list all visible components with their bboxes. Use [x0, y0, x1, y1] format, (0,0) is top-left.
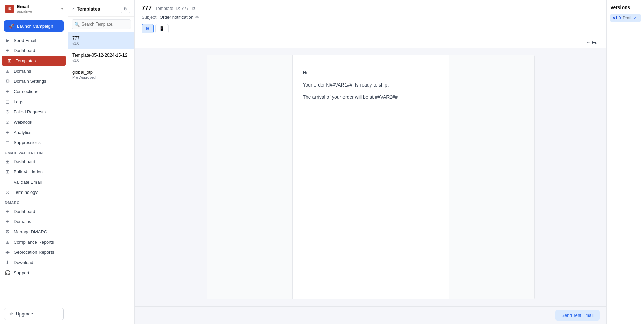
- email-line-1: Hi,: [303, 69, 439, 77]
- template-panel-header: ‹ Templates ↻: [68, 0, 134, 17]
- sidebar-item-support[interactable]: 🎧 Support: [0, 267, 68, 278]
- subject-label: Subject:: [142, 15, 158, 20]
- version-status: Draft: [623, 16, 631, 20]
- email-preview-area: Hi, Your order N##VAR1##. Is ready to sh…: [135, 48, 606, 306]
- desktop-view-tab[interactable]: 🖥: [142, 24, 154, 33]
- app-sub: apixdrive: [17, 9, 32, 13]
- version-check-icon: ✓: [633, 15, 637, 21]
- versions-panel: Versions v1.0 Draft ✓: [606, 0, 644, 324]
- sidebar-item-dashboard[interactable]: ⊞ Dashboard: [0, 45, 68, 56]
- sidebar-item-webhook[interactable]: ⊙ Webhook: [0, 117, 68, 127]
- version-number: v1.0: [613, 16, 621, 20]
- mobile-view-tab[interactable]: 📱: [155, 24, 169, 33]
- versions-title: Versions: [610, 5, 641, 10]
- sidebar-item-manage-dmarc[interactable]: ⚙ Manage DMARC: [0, 227, 68, 237]
- analytics-icon: ⊞: [5, 129, 10, 135]
- geolocation-reports-icon: ◉: [5, 249, 10, 255]
- sidebar-item-logs[interactable]: ◻ Logs: [0, 96, 68, 107]
- main-footer: Send Test Email: [135, 306, 606, 324]
- subject-value: Order notification: [160, 15, 193, 20]
- sidebar-item-failed-requests[interactable]: ⊙ Failed Requests: [0, 107, 68, 117]
- email-preview-body: Hi, Your order N##VAR1##. Is ready to sh…: [293, 55, 449, 299]
- refresh-button[interactable]: ↻: [121, 5, 130, 13]
- search-input[interactable]: [72, 19, 131, 29]
- email-line-2: Your order N##VAR1##. Is ready to ship.: [303, 81, 439, 89]
- upgrade-button[interactable]: ☆ Upgrade: [4, 308, 64, 320]
- edit-pencil-icon: ✏: [587, 40, 590, 45]
- support-icon: 🎧: [5, 270, 10, 275]
- email-preview-left-panel: [207, 55, 293, 299]
- template-item-777[interactable]: 777 v1.0: [68, 32, 134, 49]
- sidebar-item-domain-settings[interactable]: ⚙ Domain Settings: [0, 76, 68, 86]
- bulk-validation-icon: ⊞: [5, 169, 10, 174]
- sidebar-item-dmarc-dashboard[interactable]: ⊞ Dashboard: [0, 206, 68, 216]
- send-test-email-button[interactable]: Send Test Email: [555, 310, 600, 321]
- sidebar-item-compliance-reports[interactable]: ⊞ Compliance Reports: [0, 237, 68, 247]
- template-list: 777 v1.0 Template-05-12-2024-15-12 v1.0 …: [68, 32, 134, 324]
- manage-dmarc-icon: ⚙: [5, 229, 10, 234]
- webhook-icon: ⊙: [5, 119, 10, 125]
- sidebar-item-dmarc-domains[interactable]: ⊞ Domains: [0, 216, 68, 227]
- mobile-icon: 📱: [159, 26, 165, 31]
- sidebar-header: ✉ Email apixdrive ▾: [0, 0, 68, 17]
- sidebar-item-templates[interactable]: ⊞ Templates: [2, 56, 66, 66]
- sidebar-item-ev-dashboard[interactable]: ⊞ Dashboard: [0, 156, 68, 167]
- dmarc-domains-icon: ⊞: [5, 219, 10, 224]
- send-email-icon: ▶: [5, 37, 10, 43]
- sidebar-item-send-email[interactable]: ▶ Send Email: [0, 35, 68, 45]
- template-id-label: Template ID: 777: [155, 6, 189, 11]
- template-item-global-otp[interactable]: global_otp Pre-Approved: [68, 66, 134, 83]
- sidebar-item-bulk-validation[interactable]: ⊞ Bulk Validation: [0, 167, 68, 177]
- back-button[interactable]: ‹: [72, 6, 74, 12]
- app-name: Email: [17, 4, 32, 9]
- sidebar-item-download[interactable]: ⬇ Download: [0, 257, 68, 267]
- template-panel-title: Templates: [77, 6, 118, 12]
- subject-row: Subject: Order notification ✏: [142, 15, 600, 20]
- desktop-icon: 🖥: [145, 26, 150, 31]
- search-icon: 🔍: [74, 22, 80, 27]
- sidebar-item-geolocation-reports[interactable]: ◉ Geolocation Reports: [0, 247, 68, 257]
- domain-settings-icon: ⚙: [5, 78, 10, 84]
- launch-campaign-button[interactable]: 🚀 Launch Campaign: [4, 20, 64, 32]
- subject-edit-icon[interactable]: ✏: [195, 15, 199, 20]
- suppressions-icon: ◻: [5, 140, 10, 145]
- sidebar: ✉ Email apixdrive ▾ 🚀 Launch Campaign ▶ …: [0, 0, 68, 324]
- dashboard-icon: ⊞: [5, 48, 10, 53]
- version-item-v1[interactable]: v1.0 Draft ✓: [610, 14, 641, 22]
- rocket-icon: 🚀: [9, 24, 14, 29]
- dmarc-dashboard-icon: ⊞: [5, 209, 10, 214]
- sidebar-item-connections[interactable]: ⊞ Connections: [0, 86, 68, 96]
- copy-id-button[interactable]: ⧉: [192, 5, 195, 11]
- ev-dashboard-icon: ⊞: [5, 159, 10, 164]
- sidebar-item-terminology[interactable]: ⊙ Terminology: [0, 187, 68, 197]
- dmarc-label: DMARC: [0, 197, 68, 206]
- main-header-top: 777 Template ID: 777 ⧉: [142, 5, 600, 12]
- logs-icon: ◻: [5, 99, 10, 104]
- sidebar-item-domains[interactable]: ⊞ Domains: [0, 66, 68, 76]
- email-body-content: Hi, Your order N##VAR1##. Is ready to sh…: [303, 69, 439, 101]
- template-search-area: 🔍: [68, 17, 134, 32]
- main-header: 777 Template ID: 777 ⧉ Subject: Order no…: [135, 0, 606, 37]
- main-toolbar: ✏ Edit: [135, 37, 606, 48]
- terminology-icon: ⊙: [5, 189, 10, 195]
- compliance-reports-icon: ⊞: [5, 239, 10, 245]
- template-item-05[interactable]: Template-05-12-2024-15-12 v1.0: [68, 49, 134, 66]
- app-title-group: Email apixdrive: [17, 4, 32, 13]
- templates-icon: ⊞: [7, 58, 12, 63]
- email-line-3: The arrival of your order will be at ##V…: [303, 93, 439, 102]
- sidebar-item-suppressions[interactable]: ◻ Suppressions: [0, 137, 68, 148]
- main-content: 777 Template ID: 777 ⧉ Subject: Order no…: [135, 0, 606, 324]
- failed-requests-icon: ⊙: [5, 109, 10, 114]
- email-preview-right-panel: [449, 55, 534, 299]
- email-preview-frame: Hi, Your order N##VAR1##. Is ready to sh…: [207, 55, 535, 299]
- sidebar-item-validate-email[interactable]: ◻ Validate Email: [0, 177, 68, 187]
- sidebar-item-analytics[interactable]: ⊞ Analytics: [0, 127, 68, 137]
- domains-icon: ⊞: [5, 68, 10, 74]
- connections-icon: ⊞: [5, 89, 10, 94]
- template-number: 777: [142, 5, 152, 12]
- app-logo: ✉: [5, 5, 14, 13]
- chevron-down-icon: ▾: [61, 7, 63, 11]
- star-icon: ☆: [9, 311, 13, 317]
- edit-button[interactable]: ✏ Edit: [587, 40, 600, 45]
- template-panel: ‹ Templates ↻ 🔍 777 v1.0 Template-05-12-…: [68, 0, 135, 324]
